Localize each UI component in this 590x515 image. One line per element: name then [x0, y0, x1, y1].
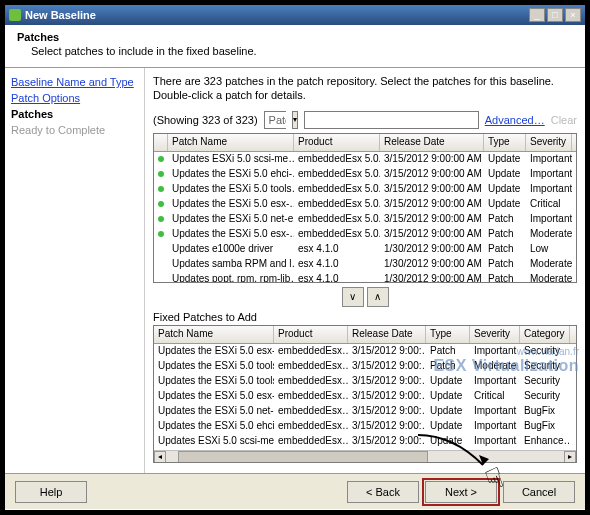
cell-patch-name: Updates the ESXi 5.0 ehci-…	[154, 419, 274, 434]
cell-release-date: 3/15/2012 9:00:…	[348, 389, 426, 404]
cell-patch-name: Updates e1000e driver	[168, 242, 294, 257]
table-row[interactable]: Updates the ESXi 5.0 tools…embeddedEsx 5…	[154, 182, 576, 197]
col-release-date[interactable]: Release Date	[380, 134, 484, 151]
table-row[interactable]: Updates the ESXi 5.0 misc…embeddedEsx…3/…	[154, 449, 576, 450]
cell-category: Enhance…	[520, 434, 570, 449]
move-up-button[interactable]: ∧	[367, 287, 389, 307]
scroll-right-icon[interactable]: ▸	[564, 451, 576, 463]
available-patches-grid[interactable]: Patch Name Product Release Date Type Sev…	[153, 133, 577, 283]
status-dot-icon	[158, 231, 164, 237]
table-row[interactable]: Updates the ESXi 5.0 tools…embeddedEsx…3…	[154, 359, 576, 374]
cell-patch-name: Updates popt, rpm, rpm-lib…	[168, 272, 294, 283]
maximize-button[interactable]: □	[547, 8, 563, 22]
cell-category: BugFix	[520, 449, 570, 450]
cell-product: embeddedEsx…	[274, 389, 348, 404]
cell-patch-name: Updates the ESXi 5.0 esx-…	[154, 344, 274, 359]
table-row[interactable]: Updates the ESXi 5.0 ehci-…embeddedEsx 5…	[154, 167, 576, 182]
cell-product: embeddedEsx…	[274, 374, 348, 389]
close-button[interactable]: ×	[565, 8, 581, 22]
table-row[interactable]: Updates the ESXi 5.0 esx-…embeddedEsx 5.…	[154, 197, 576, 212]
cell-severity: Important	[470, 404, 520, 419]
cell-release-date: 1/30/2012 9:00:00 AM	[380, 257, 484, 272]
col-dot[interactable]	[154, 134, 168, 151]
fixed-patches-grid[interactable]: Patch Name Product Release Date Type Sev…	[153, 325, 577, 463]
step-baseline-name[interactable]: Baseline Name and Type	[11, 76, 138, 88]
col2-release-date[interactable]: Release Date	[348, 326, 426, 343]
filter-dropdown-icon[interactable]: ▾	[292, 111, 298, 129]
table-row[interactable]: Updates the ESXi 5.0 esx-…embeddedEsx…3/…	[154, 389, 576, 404]
wizard-footer: Help < Back Next > Cancel	[5, 473, 585, 509]
col2-type[interactable]: Type	[426, 326, 470, 343]
table-row[interactable]: Updates samba RPM and l…esx 4.1.01/30/20…	[154, 257, 576, 272]
col-severity[interactable]: Severity	[526, 134, 572, 151]
cell-product: esx 4.1.0	[294, 272, 380, 283]
status-dot-icon	[158, 171, 164, 177]
cell-type: Update	[426, 434, 470, 449]
cancel-button[interactable]: Cancel	[503, 481, 575, 503]
cell-severity: Important	[526, 212, 572, 227]
table-row[interactable]: Updates e1000e driveresx 4.1.01/30/2012 …	[154, 242, 576, 257]
cell-product: embeddedEsx 5.0.0	[294, 227, 380, 242]
table-row[interactable]: Updates the ESXi 5.0 net-e…embeddedEsx…3…	[154, 404, 576, 419]
cell-severity: Moderate	[526, 257, 572, 272]
intro-text: There are 323 patches in the patch repos…	[153, 74, 577, 103]
move-down-button[interactable]: ∨	[342, 287, 364, 307]
fixed-patches-label: Fixed Patches to Add	[153, 311, 577, 323]
cell-release-date: 1/30/2012 9:00:00 AM	[380, 272, 484, 283]
table-row[interactable]: Updates the ESXi 5.0 esx-…embeddedEsx…3/…	[154, 344, 576, 359]
table-row[interactable]: Updates the ESXi 5.0 ehci-…embeddedEsx…3…	[154, 419, 576, 434]
cell-product: embeddedEsx 5.0.0	[294, 212, 380, 227]
cell-patch-name: Updates ESXi 5.0 scsi-me…	[168, 152, 294, 167]
titlebar: New Baseline _ □ ×	[5, 5, 585, 25]
minimize-button[interactable]: _	[529, 8, 545, 22]
table-row[interactable]: Updates the ESXi 5.0 tools…embeddedEsx…3…	[154, 374, 576, 389]
filter-combo[interactable]: Patch Name, Product or Type c…	[264, 111, 286, 129]
cell-release-date: 3/15/2012 9:00:…	[348, 344, 426, 359]
scroll-thumb[interactable]	[178, 451, 428, 463]
cell-release-date: 3/15/2012 9:00:00 AM	[380, 227, 484, 242]
cell-release-date: 3/15/2012 9:00:00 AM	[380, 167, 484, 182]
next-button[interactable]: Next >	[425, 481, 497, 503]
step-patch-options[interactable]: Patch Options	[11, 92, 138, 104]
window-title: New Baseline	[25, 5, 96, 25]
status-dot-icon	[158, 186, 164, 192]
page-title: Patches	[17, 31, 573, 43]
help-button[interactable]: Help	[15, 481, 87, 503]
cell-release-date: 1/30/2012 9:00:00 AM	[380, 242, 484, 257]
cell-category: Security	[520, 389, 570, 404]
cell-type: Patch	[426, 359, 470, 374]
col2-category[interactable]: Category	[520, 326, 570, 343]
cell-severity: Important	[526, 167, 572, 182]
hscrollbar[interactable]: ◂ ▸	[154, 450, 576, 463]
col-product[interactable]: Product	[294, 134, 380, 151]
col2-product[interactable]: Product	[274, 326, 348, 343]
col-patch-name[interactable]: Patch Name	[168, 134, 294, 151]
cell-release-date: 3/15/2012 9:00:…	[348, 404, 426, 419]
table-row[interactable]: Updates popt, rpm, rpm-lib…esx 4.1.01/30…	[154, 272, 576, 283]
app-icon	[9, 9, 21, 21]
col-type[interactable]: Type	[484, 134, 526, 151]
col2-patch-name[interactable]: Patch Name	[154, 326, 274, 343]
cell-category: BugFix	[520, 404, 570, 419]
cell-product: embeddedEsx…	[274, 359, 348, 374]
table-row[interactable]: Updates the ESXi 5.0 net-e…embeddedEsx 5…	[154, 212, 576, 227]
cell-type: Update	[484, 167, 526, 182]
cell-release-date: 3/15/2012 9:00:…	[348, 359, 426, 374]
advanced-link[interactable]: Advanced…	[485, 114, 545, 126]
scroll-left-icon[interactable]: ◂	[154, 451, 166, 463]
cell-category: Security	[520, 359, 570, 374]
cell-product: embeddedEsx…	[274, 344, 348, 359]
table-row[interactable]: Updates ESXi 5.0 scsi-me…embeddedEsx…3/1…	[154, 434, 576, 449]
back-button[interactable]: < Back	[347, 481, 419, 503]
search-input[interactable]	[304, 111, 479, 129]
cell-severity: Moderate	[470, 359, 520, 374]
showing-count: (Showing 323 of 323)	[153, 114, 258, 126]
cell-patch-name: Updates the ESXi 5.0 esx-…	[168, 197, 294, 212]
cell-patch-name: Updates ESXi 5.0 scsi-me…	[154, 434, 274, 449]
cell-release-date: 3/15/2012 9:00:00 AM	[380, 152, 484, 167]
step-patches: Patches	[11, 108, 138, 120]
table-row[interactable]: Updates the ESXi 5.0 esx-…embeddedEsx 5.…	[154, 227, 576, 242]
status-dot-icon	[158, 156, 164, 162]
table-row[interactable]: Updates ESXi 5.0 scsi-me…embeddedEsx 5.0…	[154, 152, 576, 167]
col2-severity[interactable]: Severity	[470, 326, 520, 343]
